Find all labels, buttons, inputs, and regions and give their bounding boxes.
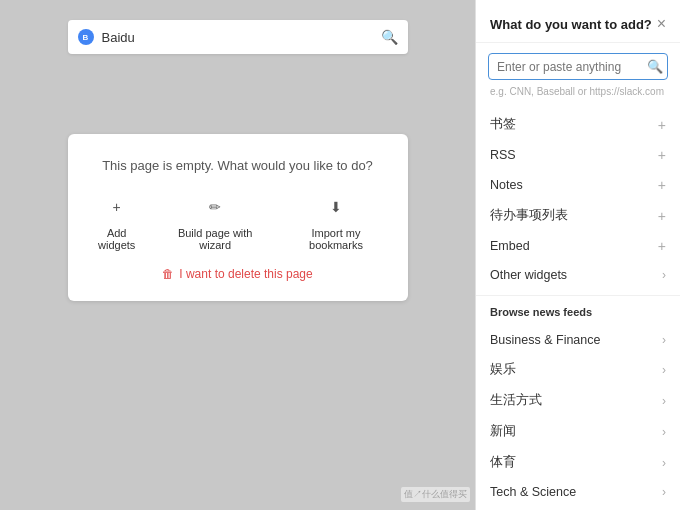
right-panel: What do you want to add? × 🔍 e.g. CNN, B…	[475, 0, 680, 510]
menu-item-lifestyle-label: 生活方式	[490, 392, 542, 409]
arrow-icon-yule: ›	[662, 363, 666, 377]
menu-item-rss-label: RSS	[490, 148, 516, 162]
menu-item-yule[interactable]: 娱乐 ›	[476, 354, 680, 385]
menu-item-other-widgets[interactable]: Other widgets ›	[476, 261, 680, 289]
menu-item-xinwen[interactable]: 新闻 ›	[476, 416, 680, 447]
menu-item-tech-science[interactable]: Tech & Science ›	[476, 478, 680, 506]
menu-item-shujia[interactable]: 书签 +	[476, 109, 680, 140]
menu-item-tiyu-label: 体育	[490, 454, 516, 471]
menu-item-todo-label: 待办事项列表	[490, 207, 568, 224]
plus-icon-todo: +	[658, 208, 666, 224]
browse-news-section: Business & Finance › 娱乐 › 生活方式 › 新闻 › 体育…	[476, 322, 680, 510]
search-input[interactable]	[102, 30, 381, 45]
arrow-icon-business: ›	[662, 333, 666, 347]
pencil-icon: ✏	[201, 193, 229, 221]
plus-icon: +	[103, 193, 131, 221]
trash-icon: 🗑	[162, 267, 174, 281]
arrow-icon-tech: ›	[662, 485, 666, 499]
menu-item-tiyu[interactable]: 体育 ›	[476, 447, 680, 478]
empty-page-title: This page is empty. What would you like …	[102, 158, 373, 173]
menu-item-other-widgets-label: Other widgets	[490, 268, 567, 282]
menu-item-business[interactable]: Business & Finance ›	[476, 326, 680, 354]
arrow-icon-tiyu: ›	[662, 456, 666, 470]
main-area: B 🔍 This page is empty. What would you l…	[0, 0, 475, 510]
search-magnifier-icon: 🔍	[381, 29, 398, 45]
panel-search-hint: e.g. CNN, Baseball or https://slack.com	[476, 84, 680, 105]
watermark: 值↗什么值得买	[401, 487, 470, 502]
panel-search-input[interactable]	[497, 60, 647, 74]
delete-page-button[interactable]: 🗑 I want to delete this page	[162, 267, 312, 281]
menu-divider	[476, 295, 680, 296]
plus-icon-notes: +	[658, 177, 666, 193]
menu-item-notes-label: Notes	[490, 178, 523, 192]
menu-item-embed[interactable]: Embed +	[476, 231, 680, 261]
panel-search-icon: 🔍	[647, 59, 663, 74]
menu-item-rss[interactable]: RSS +	[476, 140, 680, 170]
menu-item-yule-label: 娱乐	[490, 361, 516, 378]
favicon-icon: B	[78, 29, 94, 45]
menu-item-lifestyle[interactable]: 生活方式 ›	[476, 385, 680, 416]
plus-icon-shujia: +	[658, 117, 666, 133]
menu-item-business-label: Business & Finance	[490, 333, 600, 347]
menu-item-shujia-label: 书签	[490, 116, 516, 133]
arrow-icon-other: ›	[662, 268, 666, 282]
panel-title: What do you want to add?	[490, 17, 652, 32]
plus-icon-embed: +	[658, 238, 666, 254]
delete-page-label: I want to delete this page	[179, 267, 312, 281]
menu-item-embed-label: Embed	[490, 239, 530, 253]
import-bookmarks-label: Import my bookmarks	[284, 227, 387, 251]
add-widgets-label: Add widgets	[88, 227, 146, 251]
build-wizard-label: Build page with wizard	[162, 227, 269, 251]
arrow-icon-xinwen: ›	[662, 425, 666, 439]
panel-close-button[interactable]: ×	[657, 16, 666, 32]
empty-page-card: This page is empty. What would you like …	[68, 134, 408, 301]
menu-item-notes[interactable]: Notes +	[476, 170, 680, 200]
import-bookmarks-button[interactable]: ⬇ Import my bookmarks	[284, 193, 387, 251]
browse-section-header: Browse news feeds	[476, 298, 680, 322]
panel-header: What do you want to add? ×	[476, 0, 680, 43]
add-widgets-button[interactable]: + Add widgets	[88, 193, 146, 251]
card-actions: + Add widgets ✏ Build page with wizard ⬇…	[88, 193, 388, 251]
panel-search-box[interactable]: 🔍	[488, 53, 668, 80]
build-wizard-button[interactable]: ✏ Build page with wizard	[162, 193, 269, 251]
menu-item-todo[interactable]: 待办事项列表 +	[476, 200, 680, 231]
menu-section: 书签 + RSS + Notes + 待办事项列表 + Embed + Othe…	[476, 105, 680, 293]
close-icon: ×	[657, 15, 666, 32]
plus-icon-rss: +	[658, 147, 666, 163]
search-bar[interactable]: B 🔍	[68, 20, 408, 54]
menu-item-xinwen-label: 新闻	[490, 423, 516, 440]
menu-item-tech-science-label: Tech & Science	[490, 485, 576, 499]
arrow-icon-lifestyle: ›	[662, 394, 666, 408]
import-icon: ⬇	[322, 193, 350, 221]
